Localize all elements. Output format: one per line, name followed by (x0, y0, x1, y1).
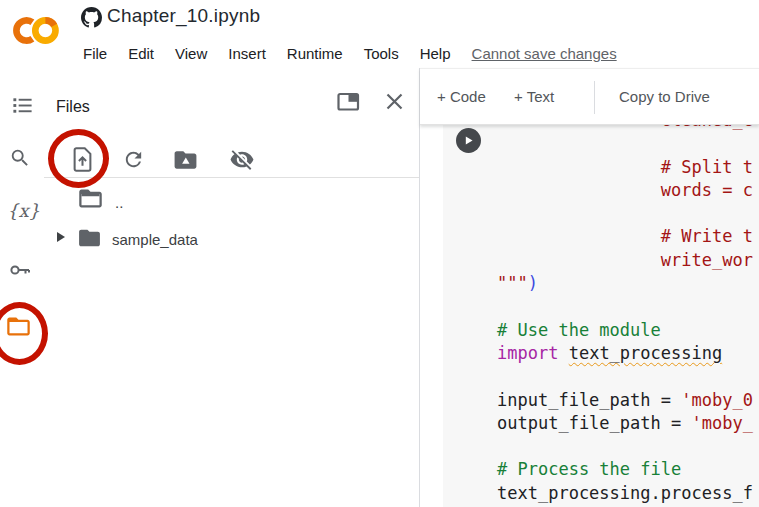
menu-help[interactable]: Help (420, 45, 451, 62)
run-cell-button[interactable] (456, 128, 481, 153)
panel-notebook-divider[interactable] (419, 68, 420, 507)
copy-to-drive-button[interactable]: Copy to Drive (619, 88, 710, 105)
tree-item-parent-folder[interactable]: .. (115, 194, 123, 211)
code-line (497, 435, 753, 458)
tree-item-sample-data[interactable]: sample_data (112, 231, 198, 248)
code-line: import text_processing (497, 342, 753, 365)
code-line: # Use the module (497, 319, 753, 342)
code-line (497, 202, 753, 225)
open-panel-in-tab-icon[interactable] (337, 92, 360, 116)
github-icon (81, 7, 102, 28)
code-line: # Process the file (497, 458, 753, 481)
files-panel-title: Files (56, 98, 90, 116)
colab-logo[interactable] (10, 12, 62, 49)
secrets-key-icon[interactable] (8, 258, 32, 286)
code-line (497, 132, 753, 155)
logo-left-ring (16, 20, 32, 40)
toolbar-divider (594, 81, 595, 114)
table-of-contents-icon[interactable] (11, 94, 34, 121)
menu-view[interactable]: View (175, 45, 207, 62)
code-line: text_processing.process_f (497, 482, 753, 505)
code-line (497, 295, 753, 318)
annotation-circle-files-icon (0, 302, 48, 365)
menu-insert[interactable]: Insert (228, 45, 266, 62)
menu-edit[interactable]: Edit (128, 45, 154, 62)
add-text-button[interactable]: + Text (514, 88, 554, 105)
code-line: input_file_path = 'moby_0 (497, 389, 753, 412)
code-line: # Split t (497, 156, 753, 179)
code-editor[interactable]: cleaned_c # Split t words = c # Write t … (497, 109, 753, 505)
annotation-circle-upload (48, 129, 109, 188)
search-icon[interactable] (9, 147, 31, 173)
folder-icon (77, 226, 102, 253)
code-line: # Write t (497, 225, 753, 248)
play-icon (462, 134, 475, 147)
save-status-link[interactable]: Cannot save changes (472, 45, 617, 62)
code-line: output_file_path = 'moby_ (497, 412, 753, 435)
variables-icon[interactable]: {x} (7, 200, 40, 221)
close-panel-icon[interactable] (384, 91, 405, 116)
menu-tools[interactable]: Tools (364, 45, 399, 62)
colab-window: Chapter_10.ipynb File Edit View Insert R… (0, 0, 759, 507)
notebook-title[interactable]: Chapter_10.ipynb (107, 5, 260, 27)
code-line: words = c (497, 179, 753, 202)
code-line: write_wor (497, 249, 753, 272)
parent-folder-icon (77, 187, 104, 214)
menubar: File Edit View Insert Runtime Tools Help… (83, 45, 617, 62)
notebook-toolbar: + Code + Text Copy to Drive (420, 68, 759, 125)
add-code-button[interactable]: + Code (437, 88, 486, 105)
toggle-hidden-files-icon[interactable] (228, 147, 256, 176)
expand-caret-icon[interactable] (57, 232, 65, 242)
menu-runtime[interactable]: Runtime (287, 45, 343, 62)
menu-file[interactable]: File (83, 45, 107, 62)
code-line: """) (497, 272, 753, 295)
code-line (497, 365, 753, 388)
refresh-icon[interactable] (122, 148, 145, 175)
mount-drive-icon[interactable] (172, 148, 199, 176)
